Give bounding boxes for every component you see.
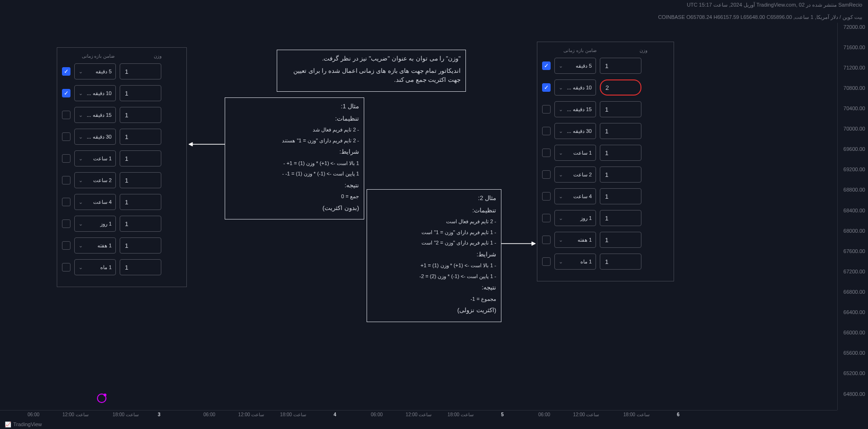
enable-checkbox[interactable] [62, 89, 70, 97]
weight-input[interactable]: 1 [120, 172, 161, 188]
timeframe-row: 1 هفته⌄1 [542, 232, 669, 248]
chevron-down-icon: ⌄ [559, 259, 563, 265]
x-tick: 3 [158, 412, 161, 417]
enable-checkbox[interactable] [62, 132, 70, 141]
timeframe-label: 1 ساعت [93, 156, 112, 162]
timeframe-select[interactable]: 4 ساعت⌄ [74, 194, 116, 210]
enable-checkbox[interactable] [542, 257, 551, 266]
enable-checkbox[interactable] [542, 61, 551, 70]
timeframe-label: 1 ماه [100, 264, 112, 271]
weight-input[interactable]: 1 [120, 107, 161, 123]
timeframe-select[interactable]: 5 دقیقه⌄ [74, 63, 116, 79]
timeframe-select[interactable]: 15 دقیقه ...⌄ [74, 107, 116, 123]
chevron-down-icon: ⌄ [559, 106, 563, 113]
enable-checkbox[interactable] [62, 154, 70, 163]
timeframe-label: 5 دقیقه [96, 69, 112, 75]
y-tick: 65200.00 [843, 370, 865, 376]
timeframe-select[interactable]: 1 هفته⌄ [554, 232, 596, 248]
enable-checkbox[interactable] [542, 127, 551, 135]
enable-checkbox[interactable] [62, 219, 70, 228]
x-tick: 06:00 [27, 412, 39, 417]
y-tick: 71600.00 [843, 44, 865, 50]
timeframe-select[interactable]: 15 دقیقه ...⌄ [554, 101, 596, 117]
timeframe-label: 2 ساعت [93, 177, 112, 184]
timeframe-select[interactable]: 30 دقیقه ...⌄ [554, 123, 596, 139]
timeframe-select[interactable]: 5 دقیقه⌄ [554, 58, 596, 74]
timeframe-select[interactable]: 1 ساعت⌄ [554, 145, 596, 161]
note-example-1: مثال 1: تنظیمات: - 2 تایم فریم فعال شد -… [225, 97, 364, 219]
timeframe-label: 10 دقیقه ... [87, 90, 112, 96]
enable-checkbox[interactable] [542, 149, 551, 157]
timeframe-label: 4 ساعت [93, 199, 112, 205]
enable-checkbox[interactable] [542, 170, 551, 179]
weight-input[interactable]: 1 [600, 58, 641, 74]
timeframe-select[interactable]: 2 ساعت⌄ [554, 166, 596, 183]
timeframe-row: 1 هفته⌄1 [62, 237, 182, 254]
timeframe-select[interactable]: 4 ساعت⌄ [554, 188, 596, 204]
weight-input[interactable]: 2 [600, 79, 641, 96]
timeframe-label: 30 دقیقه ... [87, 134, 112, 140]
enable-checkbox[interactable] [62, 241, 70, 250]
weight-input[interactable]: 1 [600, 232, 641, 248]
timeframe-row: 15 دقیقه ...⌄1 [62, 107, 182, 123]
weight-input[interactable]: 1 [120, 85, 161, 101]
time-axis[interactable]: 06:0012:00 ساعت18:00 ساعت306:0012:00 ساع… [0, 410, 837, 420]
x-tick: 12:00 ساعت [62, 412, 88, 417]
timeframe-label: 30 دقیقه ... [567, 128, 592, 134]
timeframe-row: 1 روز⌄1 [542, 210, 669, 226]
enable-checkbox[interactable] [542, 192, 551, 201]
svg-marker-1 [189, 142, 193, 146]
timeframe-select[interactable]: 30 دقیقه ...⌄ [74, 129, 116, 145]
weight-input[interactable]: 1 [600, 145, 641, 161]
timeframe-select[interactable]: 1 ساعت⌄ [74, 150, 116, 166]
enable-checkbox[interactable] [62, 111, 70, 119]
weight-input[interactable]: 1 [600, 188, 641, 204]
enable-checkbox[interactable] [62, 198, 70, 206]
x-tick: 06:00 [371, 412, 383, 417]
x-tick: 12:00 ساعت [406, 412, 432, 417]
weight-input[interactable]: 1 [120, 216, 161, 232]
timeframe-select[interactable]: 10 دقیقه ...⌄ [554, 79, 596, 96]
weight-input[interactable]: 1 [600, 210, 641, 226]
timeframe-select[interactable]: 10 دقیقه ...⌄ [74, 85, 116, 101]
x-tick: 6 [677, 412, 680, 417]
weight-input[interactable]: 1 [120, 150, 161, 166]
col-header-weight: وزن [640, 48, 648, 53]
y-tick: 69600.00 [843, 146, 865, 152]
timeframe-select[interactable]: 2 ساعت⌄ [74, 172, 116, 188]
timeframe-select[interactable]: 1 روز⌄ [554, 210, 596, 226]
chevron-down-icon: ⌄ [79, 90, 83, 96]
weight-input[interactable]: 1 [600, 166, 641, 183]
timeframe-select[interactable]: 1 هفته⌄ [74, 237, 116, 254]
x-tick: 18:00 ساعت [280, 412, 306, 417]
x-tick: 5 [501, 412, 504, 417]
chevron-down-icon: ⌄ [79, 243, 83, 249]
timeframe-select[interactable]: 1 ماه⌄ [74, 259, 116, 275]
weight-input[interactable]: 1 [600, 254, 641, 270]
enable-checkbox[interactable] [542, 105, 551, 114]
settings-panel-left: ضامن بازه زمانی وزن 5 دقیقه⌄110 دقیقه ..… [57, 47, 187, 287]
weight-input[interactable]: 1 [600, 123, 641, 139]
enable-checkbox[interactable] [62, 67, 70, 76]
y-tick: 68000.00 [843, 228, 865, 234]
weight-input[interactable]: 1 [120, 194, 161, 210]
enable-checkbox[interactable] [542, 83, 551, 92]
timeframe-select[interactable]: 1 روز⌄ [74, 216, 116, 232]
price-axis[interactable]: 72000.0071600.0071200.0070800.0070400.00… [837, 23, 868, 410]
enable-checkbox[interactable] [62, 263, 70, 271]
weight-input[interactable]: 1 [120, 129, 161, 145]
svg-marker-3 [532, 242, 535, 245]
timeframe-label: 15 دقیقه ... [87, 112, 112, 118]
replay-icon[interactable] [97, 394, 106, 403]
weight-input[interactable]: 1 [120, 259, 161, 275]
y-tick: 64800.00 [843, 391, 865, 397]
chevron-down-icon: ⌄ [559, 63, 563, 69]
enable-checkbox[interactable] [542, 236, 551, 244]
enable-checkbox[interactable] [542, 214, 551, 222]
weight-input[interactable]: 1 [120, 63, 161, 79]
enable-checkbox[interactable] [62, 176, 70, 184]
timeframe-select[interactable]: 1 ماه⌄ [554, 254, 596, 270]
weight-input[interactable]: 1 [600, 101, 641, 117]
weight-input[interactable]: 1 [120, 237, 161, 254]
col-header-timeframe: ضامن بازه زمانی [82, 53, 115, 59]
